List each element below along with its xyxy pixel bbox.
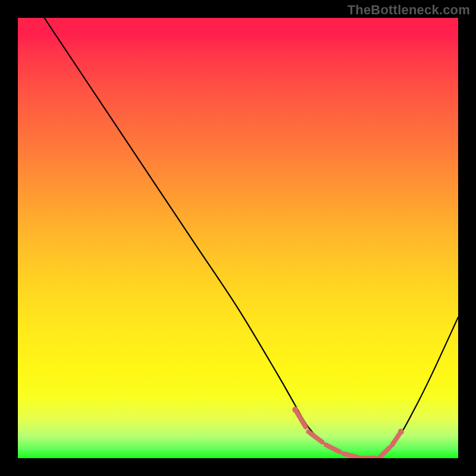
optimal-dot: [342, 452, 346, 456]
watermark-text: TheBottleneck.com: [347, 2, 470, 18]
optimal-dot: [324, 443, 328, 447]
optimal-dash: [328, 446, 340, 452]
optimal-zone-markers: [292, 407, 404, 458]
optimal-dot: [390, 443, 394, 447]
optimal-dash: [393, 434, 399, 443]
optimal-dot: [292, 407, 298, 413]
optimal-dash: [380, 448, 389, 457]
plot-area: [18, 18, 458, 458]
optimal-dot: [306, 430, 311, 434]
bottleneck-curve: [44, 18, 458, 458]
optimal-dash: [311, 433, 322, 442]
chart-container: TheBottleneck.com: [0, 0, 476, 476]
chart-svg: [18, 18, 458, 458]
optimal-dash: [346, 454, 358, 457]
optimal-dash: [297, 412, 306, 427]
optimal-dot: [398, 429, 404, 435]
